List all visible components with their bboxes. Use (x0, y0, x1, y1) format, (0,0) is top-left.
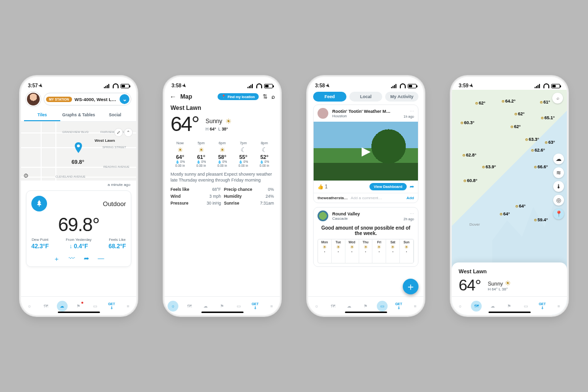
station-marker[interactable]: ⌾60.3° (461, 120, 474, 125)
nav-get-button[interactable]: GET⇩ (537, 301, 548, 312)
post-author[interactable]: Round Valley (332, 211, 400, 216)
hour-column[interactable]: 8pm ☾ 52° 💧0% 0.00 in (254, 141, 275, 167)
post-video[interactable]: ▶ (314, 122, 418, 181)
day-column[interactable]: Sun☀• (400, 239, 414, 263)
more-icon[interactable]: ⋯ (410, 109, 414, 114)
nav-alerts-icon[interactable]: ⚑ (360, 301, 371, 312)
trend-icon[interactable]: 〰 (69, 255, 75, 263)
station-selector[interactable]: MY STATION WS-4000, West La… ⌄ (44, 93, 131, 105)
nav-menu-icon[interactable]: ≡ (553, 301, 564, 312)
station-marker[interactable]: ⌾63.9° (482, 164, 496, 169)
post-avatar[interactable] (318, 108, 328, 119)
station-marker[interactable]: ⌾63.3° (525, 137, 539, 142)
home-indicator[interactable] (345, 312, 387, 314)
home-indicator[interactable] (489, 312, 531, 314)
station-marker[interactable]: ⌾62.8° (463, 153, 476, 157)
nav-forecast-icon[interactable]: ☼ (168, 301, 178, 312)
layer-button[interactable]: 📍 (553, 209, 564, 219)
map-pin-icon[interactable] (74, 142, 83, 154)
day-column[interactable]: Mon☀• (318, 239, 332, 263)
filter-icon[interactable]: ⇅ (263, 93, 268, 100)
search-icon[interactable]: ⌕ (271, 93, 275, 100)
post-author[interactable]: Rootin' Tootin' Weather M… (332, 109, 400, 114)
station-marker[interactable]: ⌾65.1° (541, 115, 555, 120)
station-marker[interactable]: ⌾62° (475, 101, 486, 105)
outdoor-card[interactable]: Outdoor 69.8° Dew Point42.3°F From Yeste… (26, 190, 131, 267)
share-icon[interactable]: ➦ (410, 183, 414, 190)
share-icon[interactable]: ➦ (84, 255, 89, 263)
add-comment-button[interactable]: Add (406, 196, 414, 200)
hour-column[interactable]: 6pm ☀ 58° 💧0% 0.00 in (212, 141, 233, 167)
hour-column[interactable]: 5pm ☀ 61° 💧0% 0.00 in (191, 141, 212, 167)
hour-column[interactable]: 7pm ☾ 55° 💧0% 0.00 in (233, 141, 254, 167)
compose-fab[interactable]: ＋ (403, 279, 418, 294)
hourly-strip[interactable]: Now ☀ 64° 💧0% 0.00 in5pm ☀ 61° 💧0% 0.00 … (165, 138, 280, 171)
layer-button[interactable]: ≋ (553, 167, 564, 178)
nav-map-icon[interactable]: 🗺 (327, 301, 338, 312)
comment-input[interactable]: Add a comment… (351, 196, 404, 200)
more-icon[interactable]: ⋯ (410, 211, 414, 216)
bottom-sheet[interactable]: West Lawn 64° Sunny ☀ H 64° L 38° (452, 262, 567, 296)
seg-local[interactable]: Local (349, 92, 383, 102)
nav-dashboard-icon[interactable]: ☁ (488, 301, 498, 312)
mini-map[interactable]: GRANDVIEW BLVD FAIRVIEW AVENUE SPRING ST… (21, 122, 136, 181)
collapse-up-icon[interactable]: ⌃ (124, 129, 132, 136)
nav-chat-icon[interactable]: ▭ (520, 301, 531, 312)
station-marker[interactable]: ⌾62.6° (531, 148, 545, 153)
day-column[interactable]: Tue☀• (332, 239, 345, 263)
user-avatar[interactable] (26, 92, 41, 106)
nav-dashboard-icon[interactable]: ☁ (344, 301, 355, 312)
layer-button[interactable]: 🌡 (553, 181, 564, 192)
day-column[interactable]: Wed☀• (345, 239, 359, 263)
find-location-button[interactable]: 📍 Find my location (218, 93, 259, 100)
play-icon[interactable]: ▶ (362, 144, 370, 158)
day-column[interactable]: Fri☀• (372, 239, 386, 263)
weekly-forecast-embed[interactable]: Mon☀•Tue☀•Wed☀•Thu☀•Fri☀•Sat☀•Sun☀• (318, 239, 414, 263)
seg-feed[interactable]: Feed (313, 92, 346, 102)
tab-social[interactable]: Social (97, 109, 133, 121)
info-icon[interactable]: ⓘ (24, 173, 28, 179)
station-marker[interactable]: ⌾64.2° (502, 99, 515, 104)
station-marker[interactable]: ⌾60.8° (464, 178, 477, 183)
nav-chat-icon[interactable]: ▭ (90, 301, 100, 312)
nav-get-button[interactable]: GET⇩ (250, 301, 261, 312)
back-icon[interactable]: ← (170, 93, 176, 101)
nav-forecast-icon[interactable]: ☼ (455, 301, 466, 312)
nav-map-icon[interactable]: 🗺 (471, 301, 482, 312)
station-marker[interactable]: ⌾64° (515, 204, 526, 209)
layer-button[interactable]: ◎ (553, 195, 564, 206)
nav-forecast-icon[interactable]: ☼ (24, 301, 35, 312)
nav-menu-icon[interactable]: ≡ (266, 301, 277, 312)
like-button[interactable]: 👍 1 (318, 184, 328, 189)
search-icon[interactable]: ⌕ (552, 93, 563, 104)
home-indicator[interactable] (58, 312, 100, 314)
nav-menu-icon[interactable]: ≡ (122, 301, 133, 312)
home-indicator[interactable] (201, 312, 244, 314)
nav-get-button[interactable]: GET⇩ (393, 301, 404, 312)
nav-menu-icon[interactable]: ≡ (410, 301, 420, 312)
day-column[interactable]: Sat☀• (386, 239, 400, 263)
day-column[interactable]: Thu☀• (359, 239, 373, 263)
minus-icon[interactable]: — (98, 255, 104, 263)
chevron-down-icon[interactable]: ⌄ (120, 94, 129, 104)
tab-graphs[interactable]: Graphs & Tables (60, 109, 97, 121)
post-avatar[interactable] (318, 210, 328, 221)
station-marker[interactable]: ⌾62° (511, 124, 521, 129)
hour-column[interactable]: Now ☀ 64° 💧0% 0.00 in (170, 141, 191, 167)
nav-alerts-icon[interactable]: ⚑ (217, 301, 227, 312)
nav-chat-icon[interactable]: ▭ (233, 301, 244, 312)
commenter-name[interactable]: theweathersta… (318, 196, 348, 200)
nav-alerts-icon[interactable]: ⚑ (73, 301, 84, 312)
nav-map-icon[interactable]: 🗺 (184, 301, 195, 312)
nav-map-icon[interactable]: 🗺 (40, 301, 51, 312)
nav-dashboard-icon[interactable]: ☁ (57, 301, 68, 312)
station-marker[interactable]: ⌾66.6° (534, 164, 548, 169)
nav-forecast-icon[interactable]: ☼ (311, 301, 322, 312)
nav-chat-icon[interactable]: ▭ (377, 301, 388, 312)
layer-button[interactable]: ☁ (553, 154, 564, 164)
tab-tiles[interactable]: Tiles (24, 109, 60, 121)
nav-alerts-icon[interactable]: ⚑ (504, 301, 514, 312)
expand-icon[interactable]: ⤢ (115, 129, 122, 136)
seg-myactivity[interactable]: My Activity (385, 92, 418, 102)
station-marker[interactable]: ⌾63° (545, 140, 555, 145)
